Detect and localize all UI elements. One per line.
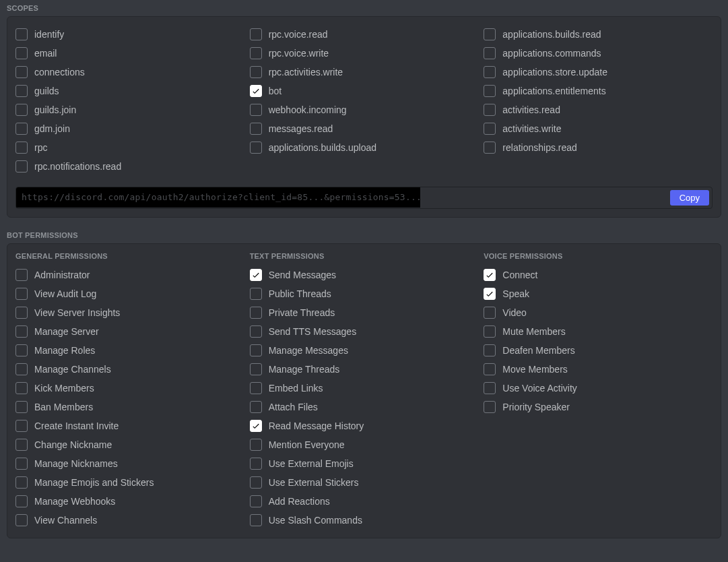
checkbox-icon[interactable] — [484, 28, 496, 40]
perm-manage-roles[interactable]: Manage Roles — [15, 341, 244, 360]
perm-send-tts-messages[interactable]: Send TTS Messages — [250, 322, 479, 341]
perm-read-message-history[interactable]: Read Message History — [250, 416, 479, 435]
checkbox-icon[interactable] — [484, 307, 496, 319]
copy-button[interactable]: Copy — [670, 190, 709, 206]
scope-rpc[interactable]: rpc — [15, 138, 244, 157]
checkbox-icon[interactable] — [250, 28, 262, 40]
checkbox-icon[interactable] — [250, 66, 262, 78]
checkbox-icon[interactable] — [250, 363, 262, 375]
perm-deafen-members[interactable]: Deafen Members — [484, 341, 713, 360]
scope-activities-read[interactable]: activities.read — [484, 100, 713, 119]
scope-applications-builds-read[interactable]: applications.builds.read — [484, 25, 713, 44]
scope-rpc-voice-read[interactable]: rpc.voice.read — [250, 25, 479, 44]
perm-manage-channels[interactable]: Manage Channels — [15, 360, 244, 379]
scope-applications-builds-upload[interactable]: applications.builds.upload — [250, 138, 479, 157]
checkbox-icon[interactable] — [15, 476, 28, 489]
perm-speak[interactable]: Speak — [484, 284, 713, 303]
perm-view-channels[interactable]: View Channels — [15, 511, 244, 530]
checkbox-icon[interactable] — [484, 142, 496, 154]
checkbox-icon[interactable] — [15, 104, 28, 116]
checkbox-icon[interactable] — [15, 85, 28, 97]
checkbox-icon[interactable] — [250, 123, 262, 135]
checkbox-icon[interactable] — [250, 382, 262, 394]
perm-ban-members[interactable]: Ban Members — [15, 398, 244, 416]
checkbox-icon[interactable] — [15, 160, 28, 173]
perm-manage-webhooks[interactable]: Manage Webhooks — [15, 492, 244, 511]
checkbox-icon[interactable] — [484, 47, 496, 59]
checkbox-icon[interactable] — [484, 363, 496, 375]
scope-rpc-activities-write[interactable]: rpc.activities.write — [250, 63, 479, 82]
perm-move-members[interactable]: Move Members — [484, 360, 713, 379]
perm-manage-emojis-and-stickers[interactable]: Manage Emojis and Stickers — [15, 473, 244, 492]
scope-email[interactable]: email — [15, 44, 244, 63]
scope-rpc-notifications-read[interactable]: rpc.notifications.read — [15, 157, 244, 176]
checkbox-icon[interactable] — [15, 495, 28, 507]
checkbox-icon[interactable] — [250, 514, 262, 526]
scope-applications-entitlements[interactable]: applications.entitlements — [484, 82, 713, 100]
perm-attach-files[interactable]: Attach Files — [250, 398, 479, 416]
checkbox-icon[interactable] — [15, 142, 28, 154]
scope-guilds[interactable]: guilds — [15, 82, 244, 100]
checkbox-icon[interactable] — [250, 476, 262, 489]
checkbox-icon[interactable] — [15, 47, 28, 59]
checkbox-icon[interactable] — [484, 66, 496, 78]
perm-use-external-stickers[interactable]: Use External Stickers — [250, 473, 479, 492]
scope-applications-store-update[interactable]: applications.store.update — [484, 63, 713, 82]
perm-view-audit-log[interactable]: View Audit Log — [15, 284, 244, 303]
checkbox-icon[interactable] — [250, 269, 262, 281]
checkbox-icon[interactable] — [15, 307, 28, 319]
checkbox-icon[interactable] — [15, 401, 28, 413]
checkbox-icon[interactable] — [15, 439, 28, 451]
checkbox-icon[interactable] — [15, 514, 28, 526]
scope-webhook-incoming[interactable]: webhook.incoming — [250, 100, 479, 119]
checkbox-icon[interactable] — [15, 382, 28, 394]
oauth-url-field[interactable]: https://discord.com/api/oauth2/authorize… — [16, 187, 420, 208]
checkbox-icon[interactable] — [15, 458, 28, 470]
checkbox-icon[interactable] — [15, 420, 28, 432]
perm-change-nickname[interactable]: Change Nickname — [15, 435, 244, 454]
checkbox-icon[interactable] — [484, 85, 496, 97]
checkbox-icon[interactable] — [250, 104, 262, 116]
perm-manage-nicknames[interactable]: Manage Nicknames — [15, 454, 244, 473]
perm-send-messages[interactable]: Send Messages — [250, 266, 479, 284]
scope-gdm-join[interactable]: gdm.join — [15, 119, 244, 138]
checkbox-icon[interactable] — [250, 142, 262, 154]
scope-applications-commands[interactable]: applications.commands — [484, 44, 713, 63]
checkbox-icon[interactable] — [15, 344, 28, 356]
perm-mute-members[interactable]: Mute Members — [484, 322, 713, 341]
checkbox-icon[interactable] — [250, 344, 262, 356]
perm-manage-server[interactable]: Manage Server — [15, 322, 244, 341]
perm-manage-threads[interactable]: Manage Threads — [250, 360, 479, 379]
checkbox-icon[interactable] — [484, 344, 496, 356]
checkbox-icon[interactable] — [484, 104, 496, 116]
checkbox-icon[interactable] — [250, 47, 262, 59]
scope-messages-read[interactable]: messages.read — [250, 119, 479, 138]
perm-private-threads[interactable]: Private Threads — [250, 303, 479, 322]
scope-connections[interactable]: connections — [15, 63, 244, 82]
checkbox-icon[interactable] — [484, 325, 496, 338]
perm-video[interactable]: Video — [484, 303, 713, 322]
checkbox-icon[interactable] — [250, 325, 262, 338]
checkbox-icon[interactable] — [15, 363, 28, 375]
perm-add-reactions[interactable]: Add Reactions — [250, 492, 479, 511]
checkbox-icon[interactable] — [250, 85, 262, 97]
perm-priority-speaker[interactable]: Priority Speaker — [484, 398, 713, 416]
checkbox-icon[interactable] — [15, 288, 28, 300]
perm-kick-members[interactable]: Kick Members — [15, 379, 244, 398]
scope-identify[interactable]: identify — [15, 25, 244, 44]
checkbox-icon[interactable] — [484, 123, 496, 135]
checkbox-icon[interactable] — [250, 439, 262, 451]
perm-use-voice-activity[interactable]: Use Voice Activity — [484, 379, 713, 398]
perm-administrator[interactable]: Administrator — [15, 266, 244, 284]
checkbox-icon[interactable] — [484, 288, 496, 300]
perm-public-threads[interactable]: Public Threads — [250, 284, 479, 303]
perm-view-server-insights[interactable]: View Server Insights — [15, 303, 244, 322]
checkbox-icon[interactable] — [250, 401, 262, 413]
checkbox-icon[interactable] — [15, 269, 28, 281]
scope-bot[interactable]: bot — [250, 82, 479, 100]
checkbox-icon[interactable] — [15, 123, 28, 135]
perm-connect[interactable]: Connect — [484, 266, 713, 284]
checkbox-icon[interactable] — [484, 269, 496, 281]
scope-rpc-voice-write[interactable]: rpc.voice.write — [250, 44, 479, 63]
scope-relationships-read[interactable]: relationships.read — [484, 138, 713, 157]
